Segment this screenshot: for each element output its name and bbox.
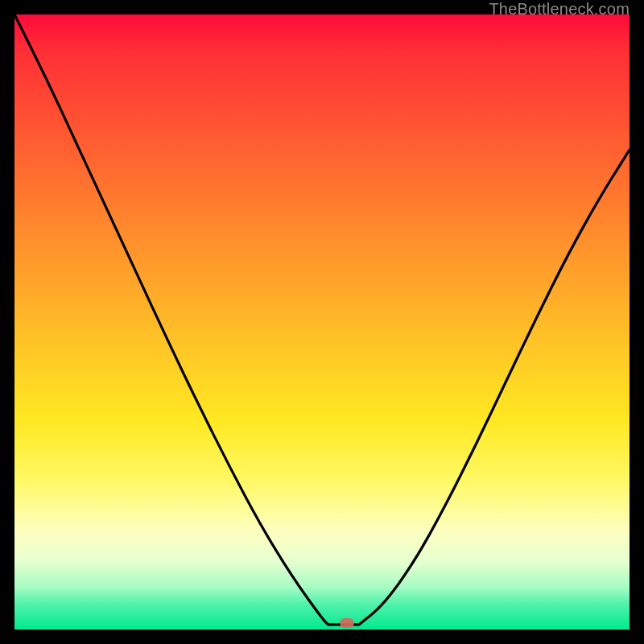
curve-layer bbox=[14, 14, 630, 630]
chart-frame: TheBottleneck.com bbox=[0, 0, 644, 644]
bottleneck-curve bbox=[14, 14, 630, 625]
plot-area bbox=[14, 14, 630, 630]
optimal-marker bbox=[340, 618, 354, 628]
watermark-text: TheBottleneck.com bbox=[489, 0, 630, 19]
